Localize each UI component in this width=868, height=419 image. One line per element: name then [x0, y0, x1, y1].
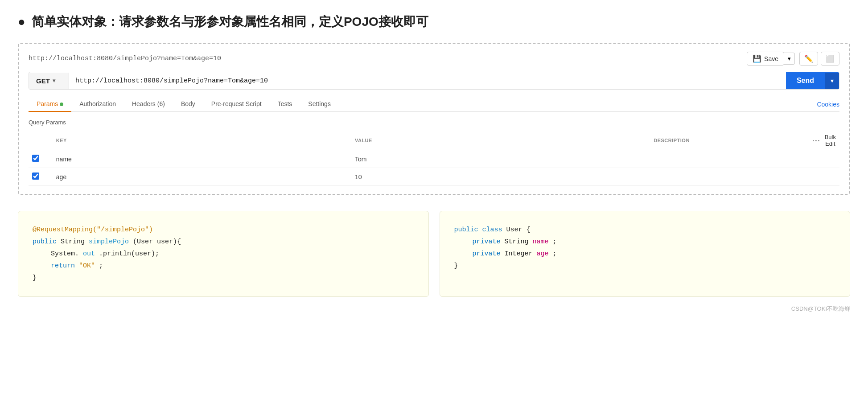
- save-label: Save: [764, 55, 778, 62]
- code-panel-right: public class User { private String name …: [440, 211, 851, 297]
- request-row: GET ▾ Send ▾: [29, 72, 839, 90]
- url-actions: 💾 Save ▾ ✏️ ⬜: [747, 52, 839, 66]
- code-line-right-close: }: [454, 260, 836, 272]
- method-select[interactable]: GET ▾: [29, 73, 69, 89]
- row-actions: [808, 150, 839, 168]
- code-panels: @RequestMapping("/simplePojo") public St…: [18, 211, 850, 297]
- code-line-method-sig: public String simplePojo (User user){: [33, 236, 414, 248]
- send-button[interactable]: Send: [786, 72, 825, 89]
- tab-params[interactable]: Params: [29, 97, 71, 112]
- row-value: 10: [351, 168, 650, 186]
- code-line-class-decl: public class User {: [454, 224, 836, 236]
- url-bar-text: http://localhost:8080/simplePojo?name=To…: [29, 55, 221, 62]
- tab-tests[interactable]: Tests: [270, 97, 300, 112]
- more-options-icon[interactable]: ⋯: [812, 136, 820, 145]
- table-row: age 10: [29, 168, 839, 186]
- row-checkbox[interactable]: [32, 173, 39, 180]
- row-description: [650, 150, 808, 168]
- bulk-edit-button[interactable]: Bulk Edit: [825, 134, 836, 147]
- bullet: ●: [18, 16, 25, 28]
- th-actions: ⋯ Bulk Edit: [808, 131, 839, 150]
- send-dropdown-button[interactable]: ▾: [825, 73, 839, 89]
- row-key: name: [53, 150, 351, 168]
- params-table: KEY VALUE DESCRIPTION ⋯ Bulk Edit name T…: [29, 131, 839, 186]
- code-line-age-field: private Integer age ;: [454, 248, 836, 260]
- chevron-down-icon: ▾: [788, 55, 791, 62]
- code-line-close-brace: }: [33, 272, 414, 284]
- method-label: GET: [36, 77, 50, 85]
- th-value: VALUE: [351, 131, 650, 150]
- title-row: ● 简单实体对象：请求参数名与形参对象属性名相同，定义POJO接收即可: [18, 13, 850, 30]
- row-checkbox-cell: [29, 168, 53, 186]
- edit-icons: ✏️ ⬜: [799, 52, 839, 66]
- tab-authorization[interactable]: Authorization: [71, 97, 124, 112]
- query-params-label: Query Params: [29, 119, 839, 126]
- save-icon: 💾: [753, 54, 761, 63]
- tab-headers[interactable]: Headers (6): [124, 97, 173, 112]
- save-dropdown-button[interactable]: ▾: [784, 53, 795, 65]
- th-description: DESCRIPTION: [650, 131, 808, 150]
- send-chevron-icon: ▾: [831, 77, 834, 84]
- tab-body[interactable]: Body: [173, 97, 203, 112]
- tabs-row: Params Authorization Headers (6) Body Pr…: [29, 97, 839, 112]
- th-checkbox: [29, 131, 53, 150]
- copy-button[interactable]: ⬜: [821, 52, 839, 66]
- code-line-println: System. out .println(user);: [33, 248, 414, 260]
- watermark: CSDN@TOKI不吃海鲜: [18, 305, 850, 313]
- method-chevron-icon: ▾: [53, 78, 55, 84]
- row-value: Tom: [351, 150, 650, 168]
- table-row: name Tom: [29, 150, 839, 168]
- edit-button[interactable]: ✏️: [799, 52, 818, 66]
- row-actions: [808, 168, 839, 186]
- th-key: KEY: [53, 131, 351, 150]
- url-input[interactable]: [69, 73, 786, 89]
- send-button-group: Send ▾: [786, 72, 839, 89]
- save-group: 💾 Save ▾: [747, 52, 795, 66]
- code-panel-left: @RequestMapping("/simplePojo") public St…: [18, 211, 429, 297]
- row-key: age: [53, 168, 351, 186]
- params-dot: [60, 103, 63, 106]
- postman-panel: http://localhost:8080/simplePojo?name=To…: [18, 43, 850, 195]
- code-line-annotation: @RequestMapping("/simplePojo"): [33, 224, 414, 236]
- url-bar: http://localhost:8080/simplePojo?name=To…: [29, 52, 839, 66]
- code-line-return: return "OK" ;: [33, 260, 414, 272]
- cookies-link[interactable]: Cookies: [817, 97, 839, 111]
- page-title: 简单实体对象：请求参数名与形参对象属性名相同，定义POJO接收即可: [32, 13, 428, 30]
- save-button[interactable]: 💾 Save: [747, 52, 784, 66]
- tab-settings[interactable]: Settings: [300, 97, 339, 112]
- tab-pre-request-script[interactable]: Pre-request Script: [203, 97, 270, 112]
- code-line-name-field: private String name ;: [454, 236, 836, 248]
- row-checkbox[interactable]: [32, 155, 39, 162]
- row-checkbox-cell: [29, 150, 53, 168]
- row-description: [650, 168, 808, 186]
